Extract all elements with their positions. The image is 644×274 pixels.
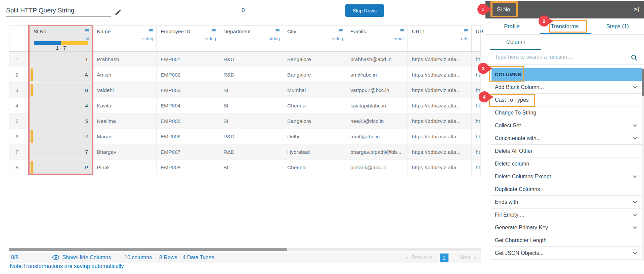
name-cell: Manas — [93, 129, 157, 144]
tab-transforms[interactable]: Transforms — [538, 23, 591, 30]
url2-cell: ht — [472, 144, 481, 160]
url1-cell: https://bdbizviz.atla... — [408, 67, 472, 83]
column-menu-icon[interactable]: ≡ — [275, 26, 280, 36]
function-list-item[interactable]: Cast To Types — [491, 94, 642, 106]
employee-id-cell: EMP003 — [157, 83, 219, 98]
function-list-item[interactable]: Concatenate with... — [491, 132, 642, 145]
column-menu-icon[interactable]: ≡ — [212, 26, 216, 36]
function-label: Concatenate with... — [495, 135, 541, 141]
email-cell: nee23@dcc.in — [346, 113, 408, 129]
name-cell: Pinak — [93, 160, 157, 175]
column-header-employee-id[interactable]: Employee ID ≡ string — [157, 26, 219, 51]
slno-cell: 1 — [30, 52, 93, 67]
next-page-button[interactable]: Next — [459, 255, 470, 261]
search-icon[interactable] — [631, 54, 638, 63]
row-number-cell: 6 — [9, 129, 30, 144]
function-label: Ends with — [495, 199, 518, 205]
function-label: Delete Columns Except... — [495, 174, 556, 179]
email-cell: kavitap@abc.in — [346, 98, 408, 113]
column-header-slno[interactable]: Sl.No. ≡ int 1 - 7 — [30, 26, 93, 51]
column-type-label: string — [205, 36, 216, 41]
previous-page-button[interactable]: Previous — [412, 255, 432, 261]
row-number-cell: 5 — [9, 113, 30, 129]
invalid-value-flag — [31, 130, 33, 143]
column-menu-icon[interactable]: ≡ — [339, 26, 343, 36]
function-label: Delete All Other — [495, 148, 532, 154]
function-search-input[interactable] — [495, 54, 619, 60]
function-list-item[interactable]: Delete Columns Except... — [491, 170, 642, 183]
department-cell: R&D — [219, 144, 283, 160]
last-page-arrow[interactable]: » — [474, 255, 476, 261]
url1-cell: https://bdbizviz.atla... — [408, 98, 472, 113]
function-list-item[interactable]: Collect Set... — [491, 119, 642, 132]
active-subtab-underline — [490, 49, 541, 50]
column-menu-icon[interactable]: ≡ — [149, 26, 153, 36]
department-cell: BI — [219, 83, 283, 98]
first-page-arrow[interactable]: « — [405, 255, 408, 261]
function-label: Generate Primary Key... — [495, 225, 552, 230]
name-cell: Bhargav — [93, 144, 157, 160]
chevron-down-icon — [633, 123, 637, 127]
city-cell: Chennai — [283, 98, 346, 113]
eye-icon[interactable] — [52, 255, 59, 260]
function-list-item[interactable]: Delete All Other — [491, 145, 642, 157]
vertical-scrollbar[interactable] — [642, 68, 644, 261]
row-number-cell: 7 — [9, 144, 30, 160]
subtab-row: Column — [485, 35, 644, 51]
function-list-item[interactable]: Duplicate Columns — [491, 183, 642, 196]
column-header-department[interactable]: Department ≡ string — [219, 26, 283, 51]
column-header-city[interactable]: City ≡ string — [283, 26, 346, 51]
tab-steps[interactable]: Steps (1) — [591, 23, 644, 30]
url2-cell: ht — [472, 129, 481, 144]
show-hide-columns-link[interactable]: Show/Hide Columns — [62, 255, 111, 261]
autosave-note: Note:Transformations are saving automati… — [10, 263, 124, 269]
function-list-item[interactable]: Get Character Length — [491, 234, 642, 247]
subtab-column[interactable]: Column — [506, 39, 525, 45]
row-number-cell: 3 — [9, 83, 30, 98]
column-header-name[interactable]: Name ≡ string — [93, 26, 157, 51]
column-menu-icon[interactable]: ≡ — [464, 26, 468, 36]
email-cell: vattpp67@bcc.in — [346, 83, 408, 98]
function-list-item[interactable]: Change To String — [491, 106, 642, 119]
column-menu-icon[interactable]: ≡ — [85, 26, 89, 36]
section-header-columns[interactable]: COLUMNS — [491, 68, 642, 81]
active-tab-underline — [540, 33, 591, 34]
city-cell: Bangalore — [283, 67, 346, 83]
function-label: Add Blank Column... — [495, 84, 544, 90]
function-list-item[interactable]: Add Blank Column... — [491, 81, 642, 94]
employee-id-cell: EMP001 — [157, 52, 219, 67]
column-menu-icon[interactable]: ≡ — [400, 26, 404, 36]
function-list-item[interactable]: Fill Empty ... — [491, 209, 642, 221]
column-header-url1[interactable]: URL1 ≡ urls — [408, 26, 472, 51]
edit-title-pencil-icon[interactable] — [115, 9, 122, 17]
dataset-title-input[interactable] — [6, 4, 111, 17]
collapse-panel-icon[interactable]: >| — [634, 6, 639, 13]
function-list-item[interactable]: Ends with — [491, 196, 642, 209]
function-list-item[interactable]: Generate Primary Key... — [491, 221, 642, 234]
column-header-url2-clipped[interactable]: UR — [472, 26, 481, 51]
vertical-scrollbar-thumb[interactable] — [642, 69, 644, 96]
city-cell: Bangalore — [283, 113, 346, 129]
horizontal-scrollbar[interactable] — [9, 248, 481, 251]
pagination: « Previous 1 Next » — [405, 254, 476, 262]
slno-cell: B — [30, 83, 93, 98]
tab-profile[interactable]: Profile — [485, 23, 538, 30]
url2-cell: ht — [472, 98, 481, 113]
email-cell: mmt@abc.in — [346, 129, 408, 144]
email-cell: prabhash@abd.in — [346, 52, 408, 67]
chevron-down-icon — [633, 174, 637, 178]
current-page-button[interactable]: 1 — [440, 254, 448, 262]
panel-tabs: Profile Transforms Steps (1) — [485, 18, 644, 35]
column-type-label: string — [142, 36, 153, 41]
chevron-down-icon — [633, 199, 637, 203]
column-type-label: string — [332, 36, 343, 41]
employee-id-cell: EMP008 — [157, 160, 219, 175]
department-cell: R&D — [219, 129, 283, 144]
function-list-item[interactable]: Get JSON Objects... — [491, 247, 642, 260]
skip-rows-button[interactable]: Skip Rows — [345, 4, 384, 17]
function-list-item[interactable]: Delete column — [491, 157, 642, 170]
name-cell: Neelima — [93, 113, 157, 129]
skip-rows-input[interactable] — [240, 5, 344, 16]
horizontal-scrollbar-thumb[interactable] — [9, 248, 287, 251]
column-header-eamils[interactable]: Eamils ≡ email — [346, 26, 408, 51]
